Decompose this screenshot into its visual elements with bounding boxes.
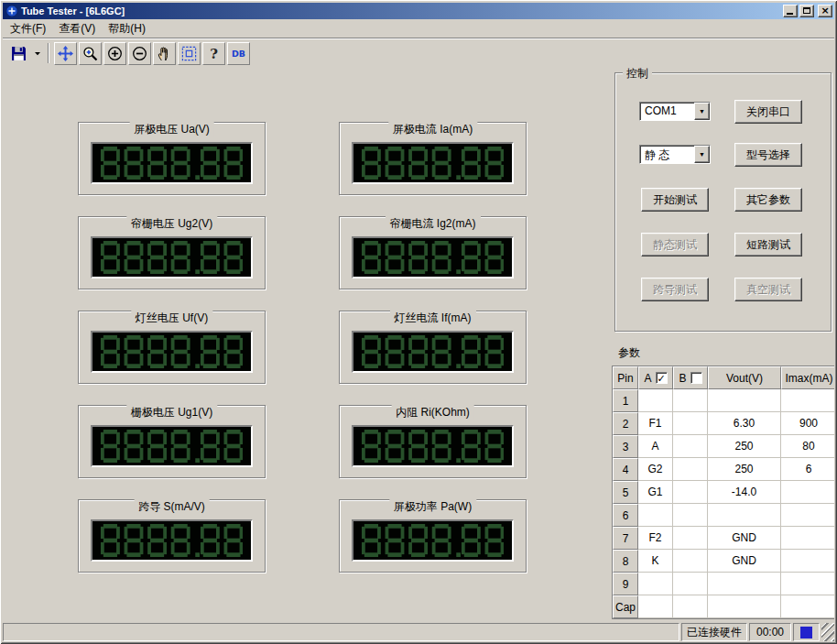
mode-select[interactable]: 静 态 ▼: [639, 145, 711, 164]
pan-button[interactable]: [54, 42, 77, 65]
cell-b[interactable]: [673, 527, 708, 550]
cell-a[interactable]: A: [638, 435, 673, 458]
meter-label: 帘栅电压 Ug2(V): [126, 216, 217, 232]
cell-b[interactable]: [673, 550, 708, 573]
col-a-checkbox[interactable]: ✓: [656, 372, 668, 384]
row-header-pin: 4: [613, 458, 638, 481]
resize-grip[interactable]: [821, 623, 834, 641]
close-button[interactable]: ×: [818, 5, 832, 17]
cell-vout[interactable]: -14.0: [708, 481, 781, 504]
cell-a[interactable]: G2: [638, 458, 673, 481]
cell-imax[interactable]: 900: [781, 412, 834, 435]
row-header-pin: 7: [613, 527, 638, 550]
com-port-select[interactable]: COM1 ▼: [639, 102, 711, 121]
close-serial-button[interactable]: 关闭串口: [734, 100, 802, 124]
cell-imax[interactable]: [781, 573, 834, 595]
cell-imax[interactable]: [781, 481, 834, 504]
meter-label: 屏极电流 Ia(mA): [388, 122, 477, 137]
row-header-pin: 8: [613, 550, 638, 573]
cell-vout[interactable]: 6.30: [708, 412, 781, 435]
model-select-button[interactable]: 型号选择: [734, 143, 802, 167]
cell-vout[interactable]: [708, 573, 781, 595]
database-button[interactable]: DB: [227, 42, 250, 65]
meter-frame: 灯丝电压 Uf(V): [78, 311, 266, 384]
zoom-out-button[interactable]: [128, 42, 151, 65]
cell-imax[interactable]: [781, 389, 834, 412]
zoom-fit-button[interactable]: [178, 42, 201, 65]
seven-segment-display: [91, 331, 253, 373]
chevron-down-icon[interactable]: ▼: [694, 103, 710, 120]
meter-label: 灯丝电压 Uf(V): [131, 311, 212, 326]
col-a-label: A: [644, 372, 651, 385]
meter-label: 灯丝电流 If(mA): [390, 311, 476, 326]
cell-b[interactable]: [673, 481, 708, 504]
cell-a[interactable]: [638, 573, 673, 595]
chevron-down-icon[interactable]: ▼: [694, 146, 710, 163]
cell-imax[interactable]: [781, 504, 834, 527]
control-panel: 控制 COM1 ▼ 关闭串口 静 态 ▼ 型号选择 开始测试 其它参数 静态测试…: [614, 72, 832, 332]
maximize-button[interactable]: [799, 5, 814, 17]
cell-b[interactable]: [673, 389, 708, 412]
hand-pan-button[interactable]: [153, 42, 176, 65]
db-icon: DB: [231, 46, 246, 61]
seven-segment-display: [352, 236, 514, 278]
cell-a[interactable]: F1: [638, 412, 673, 435]
col-header-a: A ✓: [638, 366, 673, 389]
cell-a[interactable]: K: [638, 550, 673, 573]
cell-b[interactable]: [673, 458, 708, 481]
save-options-button[interactable]: [32, 42, 43, 65]
cell-vout[interactable]: GND: [708, 550, 781, 573]
app-window: Tube Tester - [6L6GC] × 文件(F)查看(V)帮助(H) …: [0, 0, 837, 644]
row-header-pin: 2: [613, 412, 638, 435]
menu-item[interactable]: 文件(F): [4, 19, 52, 38]
meter: 帘栅电压 Ug2(V): [78, 210, 266, 289]
cell-a[interactable]: [638, 595, 673, 618]
cell-b[interactable]: [673, 573, 708, 595]
cell-vout[interactable]: 250: [708, 458, 781, 481]
meter-frame: 屏极功率 Pa(W): [339, 499, 527, 573]
help-button[interactable]: ?: [202, 42, 225, 65]
cell-b[interactable]: [673, 504, 708, 527]
menu-item[interactable]: 帮助(H): [102, 19, 152, 38]
status-bar: 已连接硬件 00:00: [3, 621, 834, 641]
col-b-checkbox[interactable]: ✓: [690, 372, 702, 384]
cell-imax[interactable]: [781, 595, 834, 618]
col-pin-label: Pin: [617, 372, 633, 385]
zoom-window-button[interactable]: [79, 42, 102, 65]
start-test-button[interactable]: 开始测试: [641, 188, 709, 212]
minimize-button[interactable]: [783, 5, 798, 17]
menu-item[interactable]: 查看(V): [52, 19, 102, 38]
cell-b[interactable]: [673, 412, 708, 435]
other-params-button[interactable]: 其它参数: [734, 188, 802, 212]
col-header-b: B ✓: [673, 366, 708, 389]
cell-a[interactable]: [638, 389, 673, 412]
cell-vout[interactable]: GND: [708, 527, 781, 550]
cell-imax[interactable]: 80: [781, 435, 834, 458]
row-header-pin: 6: [613, 504, 638, 527]
meter-label: 帘栅电流 Ig2(mA): [385, 216, 480, 232]
cell-b[interactable]: [673, 595, 708, 618]
cell-imax[interactable]: 6: [781, 458, 834, 481]
meter-frame: 灯丝电流 If(mA): [339, 311, 527, 384]
zoom-window-icon: [82, 46, 98, 61]
cell-vout[interactable]: [708, 595, 781, 618]
cell-imax[interactable]: [781, 527, 834, 550]
control-panel-title: 控制: [623, 68, 652, 82]
meter: 屏极电流 Ia(mA): [339, 115, 527, 195]
col-header-imax: Imax(mA): [781, 366, 834, 389]
cell-imax[interactable]: [781, 550, 834, 573]
cell-a[interactable]: F2: [638, 527, 673, 550]
save-button[interactable]: [7, 42, 30, 65]
cell-vout[interactable]: [708, 504, 781, 527]
cell-b[interactable]: [673, 435, 708, 458]
status-connection: 已连接硬件: [681, 623, 747, 641]
save-icon: [11, 46, 27, 61]
zoom-in-button[interactable]: [103, 42, 126, 65]
seven-segment-display: [91, 236, 253, 278]
cell-a[interactable]: G1: [638, 481, 673, 504]
short-test-button[interactable]: 短路测试: [734, 233, 802, 257]
cell-vout[interactable]: 250: [708, 435, 781, 458]
cell-vout[interactable]: [708, 389, 781, 412]
cell-a[interactable]: [638, 504, 673, 527]
static-test-button: 静态测试: [641, 233, 709, 257]
